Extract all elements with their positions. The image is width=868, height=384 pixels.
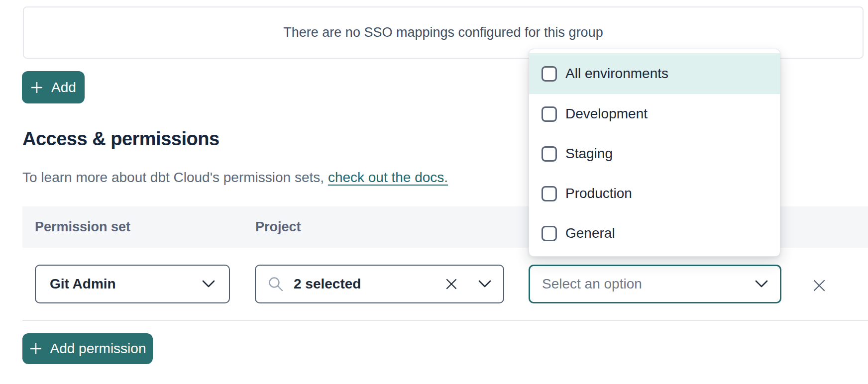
plus-icon xyxy=(30,81,43,94)
add-sso-mapping-button[interactable]: Add xyxy=(22,71,85,103)
table-bottom-divider xyxy=(22,320,868,321)
environment-placeholder: Select an option xyxy=(542,276,642,292)
remove-row-icon[interactable] xyxy=(812,279,826,292)
plus-icon xyxy=(29,342,42,355)
add-permission-label: Add permission xyxy=(50,341,146,357)
checkbox[interactable] xyxy=(542,146,557,162)
search-icon xyxy=(268,276,284,292)
page-title: Access & permissions xyxy=(22,128,219,150)
clear-selection-icon[interactable] xyxy=(445,278,457,290)
section-description: To learn more about dbt Cloud's permissi… xyxy=(22,170,448,186)
option-label: General xyxy=(565,225,615,241)
add-permission-button[interactable]: Add permission xyxy=(22,333,153,364)
dropdown-option-development[interactable]: Development xyxy=(529,94,780,134)
project-selected-count: 2 selected xyxy=(294,276,361,292)
checkbox[interactable] xyxy=(542,226,557,241)
column-header-project: Project xyxy=(255,219,301,235)
add-button-label: Add xyxy=(51,80,76,96)
dropdown-option-production[interactable]: Production xyxy=(529,174,780,213)
dropdown-option-staging[interactable]: Staging xyxy=(529,134,780,174)
environment-select[interactable]: Select an option xyxy=(529,265,781,303)
option-label: Staging xyxy=(565,146,613,162)
option-label: Production xyxy=(565,186,632,201)
sso-empty-message: There are no SSO mappings configured for… xyxy=(283,25,603,40)
column-header-permission-set: Permission set xyxy=(35,219,130,235)
checkbox[interactable] xyxy=(542,66,557,82)
checkbox[interactable] xyxy=(542,186,557,201)
docs-link[interactable]: check out the docs. xyxy=(328,170,448,185)
environment-dropdown-menu: All environments Development Staging Pro… xyxy=(529,49,780,257)
chevron-down-icon xyxy=(755,280,768,288)
permission-set-select[interactable]: Git Admin xyxy=(35,265,230,303)
description-text: To learn more about dbt Cloud's permissi… xyxy=(22,170,328,185)
checkbox[interactable] xyxy=(542,106,557,122)
option-label: Development xyxy=(565,106,648,122)
chevron-down-icon xyxy=(478,280,491,288)
dropdown-option-general[interactable]: General xyxy=(529,213,780,253)
dropdown-option-all-environments[interactable]: All environments xyxy=(529,53,780,94)
chevron-down-icon xyxy=(202,280,215,288)
project-multiselect[interactable]: 2 selected xyxy=(255,265,504,303)
option-label: All environments xyxy=(565,66,668,82)
permission-set-value: Git Admin xyxy=(50,276,116,292)
